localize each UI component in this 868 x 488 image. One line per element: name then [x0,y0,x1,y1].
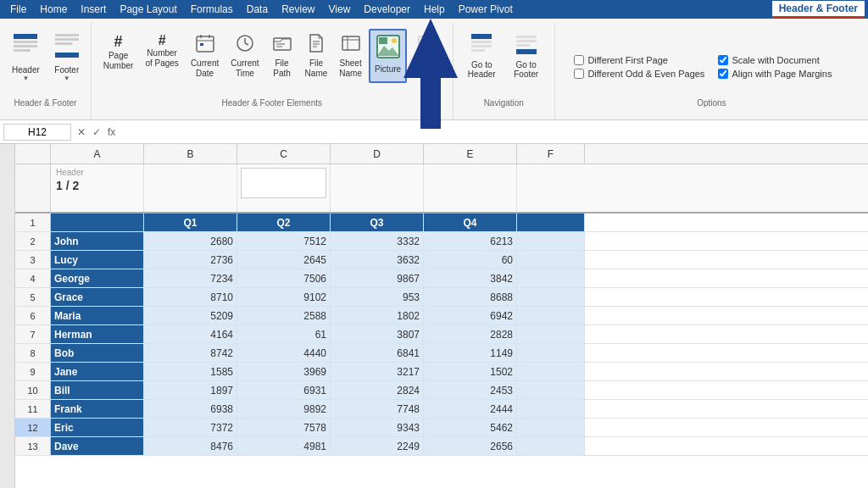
cell-lucy-name[interactable]: Lucy [51,251,144,269]
svg-rect-4 [14,49,31,52]
cell-reference-box[interactable] [3,124,71,141]
table-row: John 2680 7512 3332 6213 [51,232,868,251]
menu-help[interactable]: Help [417,2,452,17]
row-num-9[interactable]: 9 [15,363,51,381]
row-num-13[interactable]: 13 [15,437,51,456]
spreadsheet: A B C D E F 1 2 3 4 5 6 7 [0,144,868,488]
menu-data[interactable]: Data [240,2,275,17]
menu-header-footer[interactable]: Header & Footer [772,1,865,18]
row-num-2[interactable]: 2 [15,232,51,251]
format-picture-label: FormatPicture [414,58,441,79]
svg-rect-38 [471,49,485,52]
table-row: Bob 8742 4440 6841 1149 [51,344,868,363]
cell-lucy-q2[interactable]: 2645 [237,251,331,269]
cancel-formula-button[interactable]: ✕ [75,126,88,138]
svg-rect-13 [200,43,203,46]
table-row: Maria 5209 2588 1802 6942 [51,307,868,325]
current-time-button[interactable]: CurrentTime [225,29,264,83]
table-row: George 7234 7506 9867 3842 [51,269,868,288]
file-name-label: FileName [305,58,328,79]
cell-john-q2[interactable]: 7512 [237,232,331,250]
row-num-5[interactable]: 5 [15,288,51,307]
scale-with-doc-checkbox[interactable] [718,55,728,65]
cell-john-q4[interactable]: 6213 [424,232,517,250]
table-row: Eric 7372 7578 9343 5462 [51,419,868,437]
scale-with-doc-label: Scale with Document [732,55,819,65]
sheet-name-button[interactable]: SheetName [334,29,367,83]
diff-first-page-checkbox[interactable] [574,55,584,65]
header-button[interactable]: Header ▼ [7,29,45,86]
row-num-6[interactable]: 6 [15,307,51,325]
row-header-space [15,164,51,214]
cell-lucy-q4[interactable]: 60 [424,251,517,269]
cell-john-q1[interactable]: 2680 [144,232,237,250]
menu-home[interactable]: Home [33,2,74,17]
svg-rect-2 [14,41,37,43]
col-header-B[interactable]: B [144,144,237,164]
table-row: Frank 6938 9892 7748 2444 [51,400,868,419]
cell-john-q3[interactable]: 3332 [331,232,424,250]
footer-button-label: Footer [54,65,79,75]
col-header-D[interactable]: D [331,144,424,164]
menu-insert[interactable]: Insert [74,2,113,17]
menu-file[interactable]: File [3,2,33,17]
insert-function-button[interactable]: fx [105,126,118,138]
col-header-C[interactable]: C [237,144,331,164]
formula-input[interactable] [121,125,865,140]
page-number-label: PageNumber [103,51,134,71]
svg-rect-8 [55,53,79,58]
row-num-1[interactable]: 1 [15,214,51,232]
go-to-header-icon [470,32,493,60]
current-time-label: CurrentTime [231,58,259,79]
format-picture-button[interactable]: FormatPicture [409,29,446,83]
diff-odd-even-label: Different Odd & Even Pages [587,69,704,79]
th-q2: Q2 [237,214,331,231]
align-margins-checkbox[interactable] [718,69,728,79]
row-num-10[interactable]: 10 [15,381,51,400]
menu-developer[interactable]: Developer [357,2,417,17]
cell-john-name[interactable]: John [51,232,144,250]
col-header-E[interactable]: E [424,144,517,164]
row-num-3[interactable]: 3 [15,251,51,269]
menu-power-pivot[interactable]: Power Pivot [452,2,520,17]
file-name-button[interactable]: FileName [300,29,333,83]
hf-group-label: Header & Footer [14,98,76,108]
number-of-pages-icon: # [159,33,166,48]
number-of-pages-label: Numberof Pages [145,48,178,69]
row-num-4[interactable]: 4 [15,269,51,288]
go-to-footer-button[interactable]: Go toFooter [508,29,545,82]
col-header-F[interactable]: F [517,144,585,164]
ribbon-group-header-footer: Header ▼ [0,22,92,119]
menu-view[interactable]: View [322,2,358,17]
row-num-12[interactable]: 12 [15,419,51,437]
diff-odd-even-checkbox[interactable] [574,69,584,79]
col-header-A[interactable]: A [51,144,144,164]
header-dropdown-arrow: ▼ [22,75,29,82]
svg-rect-5 [55,34,79,36]
page-number-button[interactable]: # PageNumber [98,29,139,83]
table-row: Grace 8710 9102 953 8688 [51,288,868,307]
row-num-7[interactable]: 7 [15,325,51,344]
menu-formulas[interactable]: Formulas [184,2,240,17]
th-extra [517,214,585,231]
cell-george-name[interactable]: George [51,269,144,287]
th-name [51,214,144,231]
number-of-pages-button[interactable]: # Numberof Pages [140,29,183,83]
file-path-button[interactable]: FilePath [266,29,298,83]
ribbon-group-navigation: Go toHeader Go toFooter [453,22,555,119]
ribbon-group-elements: # PageNumber # Numberof Pages [92,22,453,119]
picture-button[interactable]: Picture [369,29,407,83]
menu-review[interactable]: Review [275,2,321,17]
footer-button[interactable]: Footer ▼ [48,29,86,86]
table-row: Dave 8476 4981 2249 2656 [51,437,868,456]
row-num-11[interactable]: 11 [15,400,51,419]
svg-line-16 [245,43,248,45]
go-to-header-button[interactable]: Go toHeader [463,29,501,82]
cell-lucy-q1[interactable]: 2736 [144,251,237,269]
confirm-formula-button[interactable]: ✓ [90,126,103,138]
row-num-8[interactable]: 8 [15,344,51,363]
cell-lucy-q3[interactable]: 3632 [331,251,424,269]
menu-page-layout[interactable]: Page Layout [113,2,183,17]
current-date-button[interactable]: CurrentDate [186,29,224,83]
page-header-content[interactable]: 1 / 2 [56,177,138,192]
